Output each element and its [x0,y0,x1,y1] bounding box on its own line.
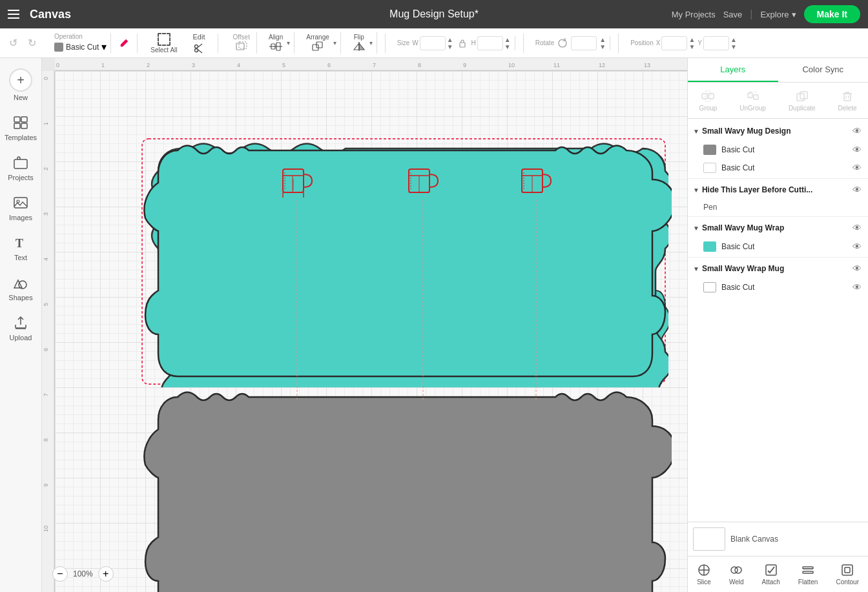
layer-item-visibility[interactable]: 👁 [851,281,863,293]
arrange-button[interactable]: Arrange [304,32,332,54]
layer-expand-arrow: ▼ [693,225,699,232]
svg-marker-11 [354,43,359,50]
ungroup-button[interactable]: UnGroup [734,87,771,114]
ruler-top-svg: 0 1 2 3 4 5 6 7 8 9 10 11 12 13 [55,58,687,71]
sidebar-item-text[interactable]: T Text [0,229,41,267]
layer-item[interactable]: Basic Cut 👁 [688,141,868,159]
x-down-btn[interactable]: ▼ [688,43,695,50]
sidebar-item-shapes[interactable]: Shapes [0,269,41,307]
canvas-area[interactable]: 0 1 2 3 4 5 6 7 8 9 10 11 12 13 0 1 [42,58,687,592]
operation-swatch [54,43,63,52]
arrange-dropdown-arrow[interactable]: ▾ [333,39,336,46]
attach-button[interactable]: Attach [757,560,785,588]
make-it-button[interactable]: Make It [804,5,860,23]
sidebar-item-upload[interactable]: Upload [0,309,41,347]
align-dropdown-arrow[interactable]: ▾ [287,39,290,46]
sidebar-item-templates[interactable]: Templates [0,109,41,147]
edit-button[interactable]: Edit [188,32,211,55]
operation-select[interactable]: Basic Cut ▾ [54,41,107,53]
y-down-btn[interactable]: ▼ [730,43,737,50]
layer-item[interactable]: Pen [688,199,868,215]
height-input[interactable] [477,36,503,50]
layer-item-visibility[interactable]: 👁 [851,241,863,252]
layer-item[interactable]: Basic Cut 👁 [688,278,868,296]
layers-tab[interactable]: Layers [688,58,778,82]
svg-point-1 [194,48,198,52]
layer-visibility-toggle[interactable]: 👁 [851,263,863,274]
layer-label: Basic Cut [721,283,754,292]
layer-group-wrap-2: ▼ Small Wavy Wrap Mug 👁 Basic Cut 👁 [688,259,868,296]
edit-color-btn[interactable] [119,38,129,48]
layer-item[interactable]: Basic Cut 👁 [688,238,868,256]
y-input[interactable] [703,36,729,50]
contour-button[interactable]: Contour [831,560,864,588]
lock-icon[interactable] [459,39,466,48]
color-sync-tab[interactable]: Color Sync [778,58,869,82]
svg-rect-14 [460,43,465,47]
align-button[interactable]: Align [266,32,285,54]
layer-item-visibility[interactable]: 👁 [851,144,863,156]
sidebar-item-images[interactable]: Images [0,189,41,227]
slice-button[interactable]: Slice [692,560,716,588]
layer-group-wrap-1-header[interactable]: ▼ Small Wavy Mug Wrap 👁 [688,218,868,238]
layer-swatch [703,145,716,155]
svg-text:6: 6 [327,62,331,68]
weld-button[interactable]: Weld [724,560,749,588]
flatten-button[interactable]: Flatten [793,560,823,588]
zoom-in-button[interactable]: + [98,566,114,582]
scissors-icon [193,42,205,54]
bottom-tools: Slice Weld Attach Flatten [688,556,868,592]
zoom-out-button[interactable]: − [52,566,68,582]
layer-group-wrap-1: ▼ Small Wavy Mug Wrap 👁 Basic Cut 👁 [688,218,868,256]
flip-dropdown-arrow[interactable]: ▾ [369,39,373,46]
ruler-top: 0 1 2 3 4 5 6 7 8 9 10 11 12 13 [55,58,687,71]
svg-text:2: 2 [43,167,49,170]
width-input[interactable] [420,36,446,50]
y-up-btn[interactable]: ▲ [730,36,737,43]
layer-tools-toolbar: Group UnGroup Duplicate Delete [688,83,868,119]
select-all-button[interactable]: Select All [145,32,182,55]
layer-item-visibility-2[interactable]: 👁 [851,162,863,174]
offset-button[interactable]: Offset [230,32,253,54]
rotate-down-btn[interactable]: ▼ [599,43,606,50]
sidebar-item-projects[interactable]: Projects [0,149,41,187]
height-field: H ▲ ▼ [471,36,511,50]
height-down-btn[interactable]: ▼ [504,43,511,50]
layer-visibility-toggle[interactable]: 👁 [851,125,863,137]
delete-icon [840,89,854,103]
height-up-btn[interactable]: ▲ [504,36,511,43]
operation-section: Operation Basic Cut ▾ [50,33,111,53]
my-projects-link[interactable]: My Projects [672,10,716,19]
layer-group-title: Small Wavy Wrap Mug [702,264,849,273]
x-field: X ▲ ▼ [656,36,696,50]
canvas-viewport[interactable] [55,71,687,592]
x-up-btn[interactable]: ▲ [688,36,695,43]
layer-visibility-toggle[interactable]: 👁 [851,222,863,234]
svg-text:4: 4 [237,62,240,68]
layer-group-hide-header[interactable]: ▼ Hide This Layer Before Cutti... 👁 [688,180,868,199]
layer-item[interactable]: Basic Cut 👁 [688,159,868,177]
save-button[interactable]: Save [723,10,743,19]
delete-button[interactable]: Delete [833,87,862,114]
gray-wrap-shape[interactable] [136,387,672,592]
group-button[interactable]: Group [694,87,723,114]
teal-wrap-shape[interactable] [136,141,672,399]
width-up-btn[interactable]: ▲ [447,36,453,43]
layer-group-mug-design-header[interactable]: ▼ Small Wavy Mug Design 👁 [688,121,868,141]
layer-group-wrap-2-header[interactable]: ▼ Small Wavy Wrap Mug 👁 [688,259,868,278]
duplicate-button[interactable]: Duplicate [783,87,821,114]
layer-group-title: Hide This Layer Before Cutti... [702,185,849,194]
flip-button[interactable]: Flip [350,32,368,54]
rotate-input[interactable] [571,36,597,50]
layer-visibility-toggle[interactable]: 👁 [851,184,863,196]
rotate-up-btn[interactable]: ▲ [599,36,606,43]
x-input[interactable] [661,36,687,50]
sidebar-item-new[interactable]: + New [0,63,41,107]
redo-button[interactable]: ↻ [24,34,40,52]
explore-button[interactable]: Explore ▾ [760,10,796,19]
pencil-icon [119,38,129,48]
templates-label: Templates [5,134,37,141]
width-down-btn[interactable]: ▼ [447,43,453,50]
undo-button[interactable]: ↺ [5,34,21,52]
hamburger-menu[interactable] [8,10,19,19]
